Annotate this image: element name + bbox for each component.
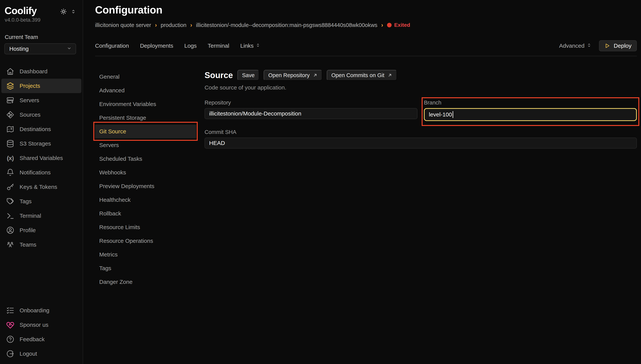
subnav-item-servers[interactable]: Servers	[95, 138, 196, 152]
deploy-button[interactable]: Deploy	[599, 40, 637, 51]
sidebar: Coolify v4.0.0-beta.399 Current Team Hos…	[0, 0, 83, 364]
bell-icon	[6, 168, 15, 177]
app-logo: Coolify	[5, 5, 37, 16]
user-circle-icon	[6, 226, 15, 234]
sidebar-item-terminal[interactable]: Terminal	[1, 208, 81, 223]
commit-sha-input[interactable]	[205, 138, 637, 148]
subnav-item-label: Git Source	[99, 128, 126, 135]
tab-deployments[interactable]: Deployments	[140, 42, 173, 49]
subnav-item-webhooks[interactable]: Webhooks	[95, 166, 196, 179]
chevron-right-icon: ›	[190, 22, 192, 28]
tab-configuration[interactable]: Configuration	[95, 42, 129, 49]
braces-x-icon: (x)	[6, 154, 15, 162]
team-select-value: Hosting	[9, 46, 29, 52]
save-button[interactable]: Save	[237, 70, 259, 80]
layers-icon	[6, 82, 15, 90]
open-repository-button[interactable]: Open Repository	[264, 70, 322, 80]
logo-row: Coolify	[0, 0, 83, 16]
sidebar-item-label: Logout	[20, 350, 37, 357]
sidebar-item-projects[interactable]: Projects	[1, 79, 81, 93]
fields-row: Repository Branch level-100	[205, 100, 637, 121]
sidebar-item-label: Sources	[20, 112, 41, 118]
chevrons-up-down-icon[interactable]	[71, 9, 76, 14]
sidebar-item-logout[interactable]: Logout	[1, 346, 81, 361]
subnav-item-resource-limits[interactable]: Resource Limits	[95, 220, 196, 234]
subnav-item-general[interactable]: General	[95, 70, 196, 84]
sidebar-item-label: Destinations	[20, 126, 51, 132]
sidebar-item-tags[interactable]: Tags	[1, 194, 81, 208]
open-commits-button[interactable]: Open Commits on Git	[327, 70, 397, 80]
breadcrumb-project[interactable]: illicitonion quote server	[95, 22, 151, 28]
status-badge: Exited	[387, 22, 410, 28]
sidebar-item-feedback[interactable]: Feedback	[1, 332, 81, 346]
subnav-item-persistent-storage[interactable]: Persistent Storage	[95, 111, 196, 125]
branch-field-group: Branch level-100	[424, 100, 637, 121]
sidebar-item-s3-storages[interactable]: S3 Storages	[1, 136, 81, 151]
subnav-item-resource-operations[interactable]: Resource Operations	[95, 234, 196, 248]
sidebar-item-profile[interactable]: Profile	[1, 223, 81, 238]
tab-logs[interactable]: Logs	[184, 42, 197, 49]
users-icon	[6, 240, 15, 249]
sidebar-item-label: Feedback	[20, 336, 45, 342]
subnav-item-environment-variables[interactable]: Environment Variables	[95, 97, 196, 111]
database-icon	[6, 139, 15, 148]
advanced-dropdown[interactable]: Advanced	[559, 42, 591, 49]
subnav-item-tags[interactable]: Tags	[95, 262, 196, 275]
tab-label: Configuration	[95, 42, 129, 49]
repository-input[interactable]	[205, 108, 417, 119]
sidebar-item-shared-variables[interactable]: (x) Shared Variables	[1, 151, 81, 165]
subnav-item-git-source[interactable]: Git Source	[95, 125, 196, 138]
external-link-icon	[313, 73, 318, 78]
breadcrumb-environment[interactable]: production	[161, 22, 186, 28]
sidebar-item-label: Dashboard	[20, 68, 48, 75]
subnav-item-scheduled-tasks[interactable]: Scheduled Tasks	[95, 152, 196, 166]
home-icon	[6, 67, 15, 76]
sidebar-item-sources[interactable]: Sources	[1, 108, 81, 122]
repository-label: Repository	[205, 100, 417, 106]
sidebar-item-sponsor-us[interactable]: Sponsor us	[1, 318, 81, 332]
subnav-item-advanced[interactable]: Advanced	[95, 84, 196, 97]
subnav-item-preview-deployments[interactable]: Preview Deployments	[95, 179, 196, 193]
chevron-right-icon: ›	[381, 22, 383, 28]
chevron-down-icon	[67, 46, 72, 52]
play-icon	[604, 43, 610, 49]
sidebar-nav: Dashboard Projects Servers Sources	[0, 64, 83, 252]
chevron-right-icon: ›	[155, 22, 157, 28]
sidebar-item-keys-tokens[interactable]: Keys & Tokens	[1, 180, 81, 194]
sidebar-item-destinations[interactable]: Destinations	[1, 122, 81, 136]
sidebar-item-label: Terminal	[20, 212, 41, 219]
sun-icon[interactable]	[60, 8, 67, 15]
subnav-item-metrics[interactable]: Metrics	[95, 248, 196, 262]
subnav-item-danger-zone[interactable]: Danger Zone	[95, 275, 196, 289]
source-description: Code source of your application.	[205, 84, 637, 91]
terminal-icon	[6, 212, 15, 220]
tab-label: Terminal	[208, 42, 229, 49]
branch-label: Branch	[424, 100, 637, 106]
sidebar-item-teams[interactable]: Teams	[1, 238, 81, 252]
advanced-label: Advanced	[559, 42, 584, 49]
logout-icon	[6, 349, 15, 358]
sidebar-item-dashboard[interactable]: Dashboard	[1, 64, 81, 79]
checklist-icon	[6, 306, 15, 315]
sidebar-item-onboarding[interactable]: Onboarding	[1, 303, 81, 318]
tab-terminal[interactable]: Terminal	[208, 42, 229, 49]
breadcrumb-resource[interactable]: illicitestonion/-module--decomposition:m…	[196, 22, 377, 28]
sidebar-item-notifications[interactable]: Notifications	[1, 165, 81, 180]
sidebar-item-servers[interactable]: Servers	[1, 93, 81, 108]
open-repository-label: Open Repository	[268, 72, 310, 78]
commit-sha-label: Commit SHA	[205, 129, 637, 135]
tab-links[interactable]: Links	[240, 42, 260, 49]
current-team-label: Current Team	[5, 34, 83, 40]
team-select[interactable]: Hosting	[4, 43, 76, 54]
branch-input[interactable]: level-100	[424, 108, 637, 121]
sidebar-item-label: Onboarding	[20, 307, 50, 314]
sidebar-item-label: Shared Variables	[20, 155, 63, 161]
page-title: Configuration	[95, 4, 637, 16]
content: General Advanced Environment Variables P…	[95, 70, 637, 289]
subnav-item-rollback[interactable]: Rollback	[95, 207, 196, 220]
chevrons-up-down-icon	[586, 42, 592, 49]
key-icon	[6, 182, 15, 191]
status-dot	[387, 23, 392, 27]
subnav-item-healthcheck[interactable]: Healthcheck	[95, 193, 196, 207]
app-root: Coolify v4.0.0-beta.399 Current Team Hos…	[0, 0, 641, 364]
